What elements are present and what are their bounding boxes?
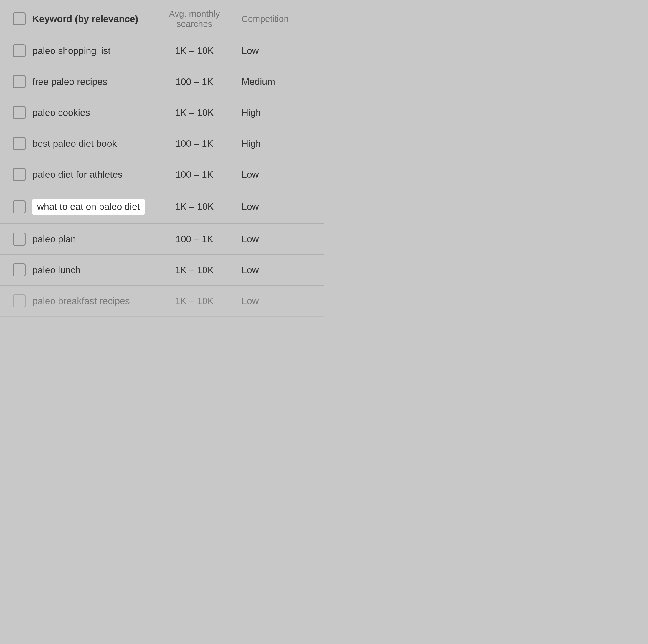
row-checkbox-cell (6, 200, 33, 213)
keyword-cell: paleo shopping list (33, 45, 153, 56)
keyword-cell: free paleo recipes (33, 76, 153, 87)
table-row: paleo lunch1K – 10KLow (0, 255, 324, 286)
competition-cell: Low (236, 201, 318, 212)
table-row: paleo breakfast recipes1K – 10KLow (0, 286, 324, 316)
row-checkbox[interactable] (13, 200, 25, 213)
keyword-cell: paleo diet for athletes (33, 169, 153, 180)
keyword-cell: paleo breakfast recipes (33, 296, 153, 306)
header-checkbox[interactable] (13, 12, 25, 26)
keyword-cell: best paleo diet book (33, 138, 153, 149)
table-body: paleo shopping list1K – 10KLowfree paleo… (0, 35, 324, 316)
table-row: what to eat on paleo diet1K – 10KLow (0, 190, 324, 224)
competition-cell: Low (236, 169, 318, 180)
row-checkbox[interactable] (13, 44, 25, 57)
table-header: Keyword (by relevance) Avg. monthly sear… (0, 0, 324, 35)
header-keyword-label: Keyword (by relevance) (33, 13, 153, 24)
searches-cell: 1K – 10K (153, 107, 236, 118)
table-row: paleo plan100 – 1KLow (0, 224, 324, 255)
keyword-cell: paleo cookies (33, 107, 153, 118)
searches-cell: 1K – 10K (153, 296, 236, 306)
row-checkbox-cell (6, 294, 33, 307)
row-checkbox-cell (6, 263, 33, 277)
searches-cell: 100 – 1K (153, 169, 236, 180)
row-checkbox-cell (6, 168, 33, 181)
keyword-highlighted-text: what to eat on paleo diet (33, 199, 145, 214)
table-row: paleo diet for athletes100 – 1KLow (0, 159, 324, 190)
row-checkbox[interactable] (13, 137, 25, 150)
row-checkbox[interactable] (13, 168, 25, 181)
table-row: paleo shopping list1K – 10KLow (0, 35, 324, 66)
row-checkbox[interactable] (13, 233, 25, 246)
searches-cell: 1K – 10K (153, 45, 236, 56)
searches-cell: 100 – 1K (153, 234, 236, 245)
keyword-cell: paleo lunch (33, 265, 153, 276)
competition-cell: High (236, 107, 318, 118)
row-checkbox[interactable] (13, 294, 25, 307)
row-checkbox[interactable] (13, 263, 25, 277)
competition-cell: Medium (236, 76, 318, 87)
row-checkbox[interactable] (13, 75, 25, 88)
searches-cell: 1K – 10K (153, 201, 236, 212)
keyword-cell: what to eat on paleo diet (33, 199, 153, 214)
competition-cell: Low (236, 265, 318, 276)
competition-cell: Low (236, 45, 318, 56)
keyword-cell: paleo plan (33, 234, 153, 245)
competition-cell: Low (236, 234, 318, 245)
table-row: free paleo recipes100 – 1KMedium (0, 66, 324, 97)
row-checkbox-cell (6, 75, 33, 88)
competition-cell: High (236, 138, 318, 149)
searches-cell: 100 – 1K (153, 76, 236, 87)
row-checkbox-cell (6, 106, 33, 119)
row-checkbox[interactable] (13, 106, 25, 119)
header-searches-label: Avg. monthly searches (153, 9, 236, 29)
competition-cell: Low (236, 296, 318, 306)
table-row: best paleo diet book100 – 1KHigh (0, 128, 324, 159)
header-competition-label: Competition (236, 14, 318, 24)
row-checkbox-cell (6, 137, 33, 150)
keyword-table: Keyword (by relevance) Avg. monthly sear… (0, 0, 324, 316)
table-row: paleo cookies1K – 10KHigh (0, 97, 324, 128)
row-checkbox-cell (6, 44, 33, 57)
searches-cell: 100 – 1K (153, 138, 236, 149)
header-checkbox-cell (6, 12, 33, 26)
searches-cell: 1K – 10K (153, 265, 236, 276)
row-checkbox-cell (6, 233, 33, 246)
